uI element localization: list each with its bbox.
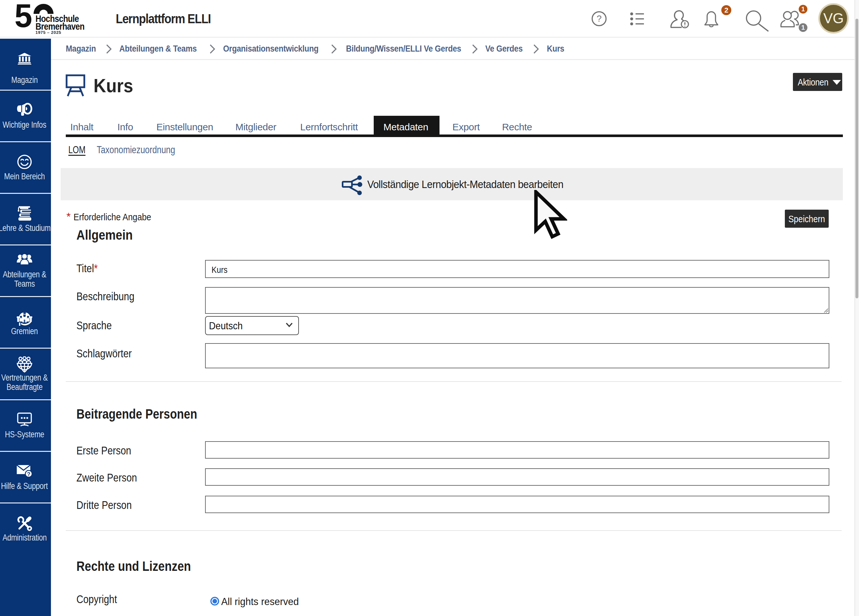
svg-text:?: ? xyxy=(597,14,602,23)
svg-text:?: ? xyxy=(27,471,30,477)
